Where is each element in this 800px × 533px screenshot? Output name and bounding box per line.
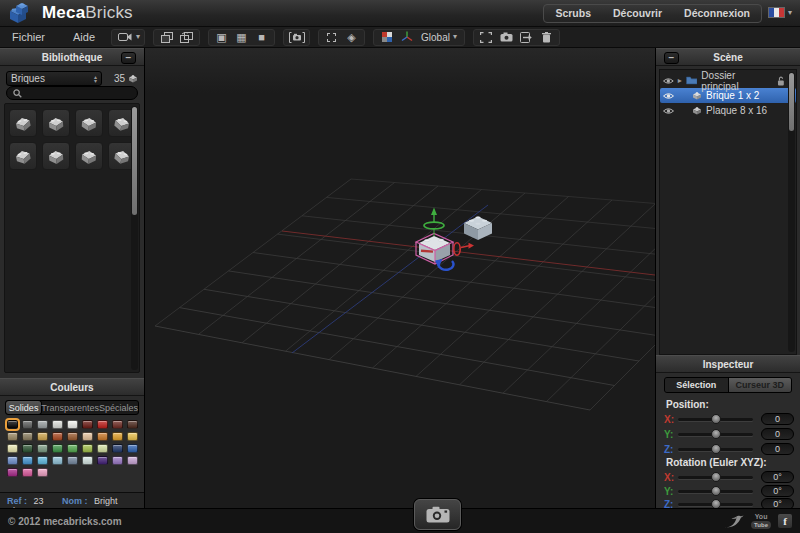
bar-holder-brick[interactable] xyxy=(75,109,103,137)
color-swatch[interactable] xyxy=(112,420,123,429)
color-swatch[interactable] xyxy=(7,444,18,453)
color-swatch[interactable] xyxy=(112,456,123,465)
slider-knob[interactable] xyxy=(711,486,721,496)
collapse-library-button[interactable]: − xyxy=(121,52,136,64)
color-swatch[interactable] xyxy=(67,420,78,429)
position-x-slider[interactable] xyxy=(678,418,753,421)
marquee-select-icon[interactable] xyxy=(323,31,340,44)
rotation-y-slider[interactable] xyxy=(678,490,753,493)
nav-deconnexion[interactable]: Déconnexion xyxy=(673,5,761,22)
axes-icon[interactable] xyxy=(398,31,415,44)
position-z-value[interactable]: 0 xyxy=(761,443,794,455)
color-swatch[interactable] xyxy=(67,456,78,465)
eye-icon[interactable] xyxy=(663,92,674,100)
camera-icon[interactable] xyxy=(498,31,515,44)
pin-brick[interactable] xyxy=(42,142,70,170)
youtube-icon[interactable]: You Tube xyxy=(751,514,771,529)
tap-brick[interactable] xyxy=(9,142,37,170)
menu-aide[interactable]: Aide xyxy=(61,31,107,43)
expand-arrow-icon[interactable]: ▸ xyxy=(678,76,682,85)
duplicate-icon[interactable] xyxy=(158,31,175,44)
search-input[interactable] xyxy=(26,88,126,99)
color-swatch[interactable] xyxy=(22,468,33,477)
cone-brick[interactable] xyxy=(42,109,70,137)
collapse-scene-button[interactable]: − xyxy=(664,52,679,64)
screenshot-button[interactable] xyxy=(414,499,461,530)
position-y-slider[interactable] xyxy=(678,433,753,436)
viewport-canvas[interactable] xyxy=(145,48,655,508)
unlock-icon[interactable] xyxy=(777,76,785,86)
export-icon[interactable] xyxy=(518,31,535,44)
color-swatch[interactable] xyxy=(52,456,63,465)
slider-knob[interactable] xyxy=(711,429,721,439)
color-swatch[interactable] xyxy=(82,432,93,441)
color-swatch[interactable] xyxy=(37,432,48,441)
position-y-value[interactable]: 0 xyxy=(761,428,794,440)
color-swatch[interactable] xyxy=(37,468,48,477)
color-swatch[interactable] xyxy=(67,444,78,453)
category-select[interactable]: Briques ▴▾ xyxy=(6,71,102,86)
rotation-x-value[interactable]: 0° xyxy=(761,471,794,483)
color-swatch[interactable] xyxy=(82,420,93,429)
menu-fichier[interactable]: Fichier xyxy=(0,31,57,43)
color-swatch[interactable] xyxy=(127,432,138,441)
color-swatch[interactable] xyxy=(97,456,108,465)
view-solid-icon[interactable]: ■ xyxy=(253,31,270,44)
color-swatch[interactable] xyxy=(112,432,123,441)
color-swatch[interactable] xyxy=(127,420,138,429)
slider-knob[interactable] xyxy=(711,499,721,509)
color-swatch[interactable] xyxy=(52,432,63,441)
position-z-slider[interactable] xyxy=(678,448,753,451)
tree-row-plaque[interactable]: Plaque 8 x 16 xyxy=(660,103,796,118)
color-swatch[interactable] xyxy=(22,420,33,429)
view-wireframe-icon[interactable]: ▦ xyxy=(233,31,250,44)
tab-selection[interactable]: Sélection xyxy=(665,378,728,392)
tab-solides[interactable]: Solides xyxy=(6,401,41,414)
eye-icon[interactable] xyxy=(663,107,674,115)
tab-transparentes[interactable]: Transparentes xyxy=(41,401,99,414)
color-swatch[interactable] xyxy=(7,420,18,429)
rotation-x-slider[interactable] xyxy=(678,476,753,479)
color-swatch[interactable] xyxy=(52,444,63,453)
rotation-z-slider[interactable] xyxy=(678,503,753,506)
chevron-down-icon[interactable]: ▾ xyxy=(136,33,140,41)
video-view-icon[interactable] xyxy=(116,31,133,44)
language-selector[interactable]: ▾ xyxy=(768,7,792,18)
color-swatch[interactable] xyxy=(127,444,138,453)
logo[interactable]: MecaBricks xyxy=(0,2,133,24)
color-swatch[interactable] xyxy=(7,456,18,465)
viewport-3d[interactable] xyxy=(145,48,655,508)
coordinate-space-dropdown[interactable]: Global ▾ xyxy=(418,32,460,43)
color-swatch[interactable] xyxy=(82,444,93,453)
scene-scrollbar-thumb[interactable] xyxy=(789,73,794,131)
tab-speciales[interactable]: Spéciales xyxy=(99,401,138,414)
bracket-brick[interactable] xyxy=(75,142,103,170)
view-outline-icon[interactable]: ▣ xyxy=(213,31,230,44)
color-swatch[interactable] xyxy=(127,456,138,465)
color-swatch[interactable] xyxy=(82,456,93,465)
tab-curseur-3d[interactable]: Curseur 3D xyxy=(728,378,792,392)
color-swatch[interactable] xyxy=(7,432,18,441)
color-swatch[interactable] xyxy=(22,456,33,465)
fullscreen-icon[interactable] xyxy=(478,31,495,44)
slider-knob[interactable] xyxy=(711,472,721,482)
round-brick[interactable] xyxy=(9,109,37,137)
facebook-icon[interactable]: f xyxy=(778,514,792,528)
twitter-icon[interactable] xyxy=(724,514,744,529)
trash-icon[interactable] xyxy=(538,31,555,44)
color-swatch[interactable] xyxy=(7,468,18,477)
nav-decouvrir[interactable]: Découvrir xyxy=(602,5,673,22)
rotate-z-gizmo[interactable] xyxy=(435,259,453,270)
mirror-duplicate-icon[interactable] xyxy=(178,31,195,44)
color-swatch[interactable] xyxy=(22,432,33,441)
rotation-y-value[interactable]: 0° xyxy=(761,485,794,497)
position-x-value[interactable]: 0 xyxy=(761,413,794,425)
rotate-y-gizmo[interactable] xyxy=(424,208,444,237)
color-swatch[interactable] xyxy=(37,420,48,429)
slider-knob[interactable] xyxy=(711,444,721,454)
color-swatch[interactable] xyxy=(37,456,48,465)
color-swatch[interactable] xyxy=(112,444,123,453)
color-swatch[interactable] xyxy=(97,420,108,429)
snap-icon[interactable]: ◈ xyxy=(343,31,360,44)
color-swatch[interactable] xyxy=(22,444,33,453)
